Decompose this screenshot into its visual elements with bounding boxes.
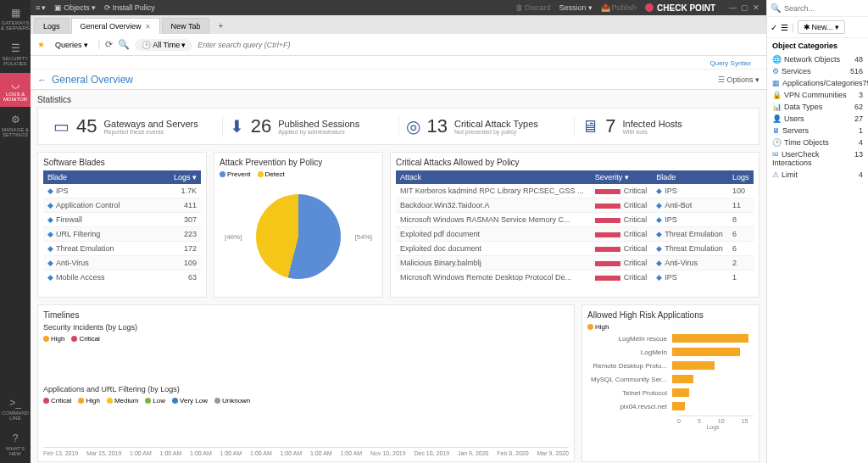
table-row[interactable]: ◆Threat Emulation172 bbox=[43, 242, 201, 256]
table-row[interactable]: Malicious Binary.balmbljCritical◆Anti-Vi… bbox=[396, 256, 754, 271]
options-menu[interactable]: ☰ Options ▾ bbox=[718, 75, 760, 84]
tab-add-button[interactable]: + bbox=[211, 18, 230, 34]
category-icon: ✉ bbox=[772, 150, 779, 159]
table-row[interactable]: ◆URL Filtering223 bbox=[43, 227, 201, 242]
nav-gateways-servers[interactable]: ▦GATEWAYS & SERVERS bbox=[0, 2, 31, 36]
favorite-icon[interactable]: ★ bbox=[37, 40, 45, 49]
table-row[interactable]: Exploited pdf documentCritical◆Threat Em… bbox=[396, 227, 754, 242]
minimize-icon[interactable]: — bbox=[729, 3, 737, 12]
stat-number: 7 bbox=[605, 115, 615, 137]
publish-button[interactable]: 📤 Publish bbox=[601, 3, 637, 12]
category-usercheck-interactions[interactable]: ✉UserCheck Interactions13 bbox=[767, 148, 868, 169]
stat-title: Published Sessions bbox=[278, 119, 359, 129]
category-vpn-communities[interactable]: 🔒VPN Communities3 bbox=[767, 89, 868, 101]
table-row[interactable]: Exploited doc documentCritical◆Threat Em… bbox=[396, 242, 754, 256]
validate-icon[interactable]: ✓ bbox=[771, 23, 777, 32]
timelines-panel: Timelines Security Incidents (by Logs) H… bbox=[37, 304, 575, 462]
queries-button[interactable]: Queries ▾ bbox=[50, 39, 93, 51]
session-menu[interactable]: Session ▾ bbox=[559, 3, 593, 12]
nav-manage-settings[interactable]: ⚙MANAGE & SETTINGS bbox=[0, 109, 31, 142]
nav-command-line[interactable]: >_COMMAND LINE bbox=[0, 392, 31, 426]
category-data-types[interactable]: 📊Data Types62 bbox=[767, 101, 868, 113]
col-blade[interactable]: Blade bbox=[43, 170, 157, 184]
list-view-icon[interactable]: ☰ bbox=[781, 23, 788, 32]
table-row[interactable]: Microsoft Windows RASMAN Service Memory … bbox=[396, 213, 754, 227]
table-row[interactable]: ◆Application Control411 bbox=[43, 198, 201, 213]
category-users[interactable]: 👤Users27 bbox=[767, 113, 868, 125]
refresh-icon[interactable]: ⟳ bbox=[105, 39, 113, 50]
stat-icon: 🖥 bbox=[581, 117, 598, 137]
table-row[interactable]: MIT Kerberos kadmind RPC Library RPCSEC_… bbox=[396, 184, 754, 198]
bar-row: pix04.revsci.net bbox=[587, 402, 754, 410]
table-row[interactable]: Backdoor.Win32.Taidoor.ACritical◆Anti-Bo… bbox=[396, 198, 754, 213]
category-time-objects[interactable]: 🕒Time Objects4 bbox=[767, 137, 868, 148]
blade-icon: ◆ bbox=[47, 244, 53, 253]
blade-icon: ◆ bbox=[656, 215, 662, 224]
col-logs[interactable]: Logs ▾ bbox=[157, 170, 201, 184]
category-limit[interactable]: ⚠Limit4 bbox=[767, 169, 868, 181]
stat-cards: ▭45Gateways and ServersReported these ev… bbox=[37, 108, 760, 145]
nav-logs-monitor[interactable]: ◡LOGS & MONITOR bbox=[0, 73, 31, 107]
table-row[interactable]: Microsoft Windows Remote Desktop Protoco… bbox=[396, 271, 754, 282]
col-logs[interactable]: Logs bbox=[728, 170, 754, 184]
blade-icon: ◆ bbox=[656, 201, 662, 209]
stat-subtitle: Reported these events bbox=[103, 129, 198, 135]
stat-icon: ▭ bbox=[53, 116, 70, 137]
blade-icon: ◆ bbox=[656, 230, 662, 238]
col-blade[interactable]: Blade bbox=[652, 170, 728, 184]
stat-title: Critical Attack Types bbox=[454, 119, 538, 129]
menu-button[interactable]: ≡ ▾ bbox=[36, 3, 46, 12]
search-icon[interactable]: 🔍 bbox=[118, 39, 130, 50]
tab-bar: LogsGeneral Overview ✕New Tab+ bbox=[31, 15, 766, 34]
stat-subtitle: Applied by administrators bbox=[278, 129, 359, 135]
blade-icon: ◆ bbox=[47, 201, 53, 209]
col-severity[interactable]: Severity ▾ bbox=[591, 170, 653, 184]
close-icon[interactable]: ✕ bbox=[753, 3, 761, 12]
query-input[interactable] bbox=[198, 41, 760, 49]
stat-icon: ◎ bbox=[406, 116, 420, 137]
blade-icon: ◆ bbox=[47, 230, 53, 238]
high-risk-apps-panel: Allowed High Risk Applications High LogM… bbox=[581, 304, 760, 462]
tab-logs[interactable]: Logs bbox=[34, 18, 70, 34]
bar-row: Remote Desktop Proto... bbox=[587, 361, 754, 370]
critical-attacks-panel: Critical Attacks Allowed by Policy Attac… bbox=[390, 152, 760, 298]
category-icon: 🕒 bbox=[772, 138, 782, 147]
objects-menu[interactable]: ▣ Objects ▾ bbox=[54, 3, 96, 12]
category-network-objects[interactable]: 🌐Network Objects48 bbox=[767, 53, 868, 65]
nav-what-s-new[interactable]: ?WHAT'S NEW bbox=[0, 427, 31, 461]
top-toolbar: ≡ ▾ ▣ Objects ▾ ⟳ Install Policy 🗑 Disca… bbox=[31, 0, 766, 15]
back-icon[interactable]: ← bbox=[37, 75, 47, 85]
query-syntax-link[interactable]: Query Syntax bbox=[704, 56, 758, 70]
tab-new-tab[interactable]: New Tab bbox=[162, 18, 210, 34]
discard-button[interactable]: 🗑 Discard bbox=[515, 3, 551, 12]
new-object-button[interactable]: ✱ New... ▾ bbox=[798, 20, 845, 34]
highrisk-legend: High bbox=[595, 323, 609, 331]
panel-title: Attack Prevention by Policy bbox=[220, 158, 377, 167]
software-blades-panel: Software Blades BladeLogs ▾ ◆IPS1.7K◆App… bbox=[37, 152, 207, 298]
stat-title: Infected Hosts bbox=[623, 119, 682, 129]
category-applications-categories[interactable]: ▦Applications/Categories7517 bbox=[767, 77, 868, 89]
nav-security-policies[interactable]: ☰SECURITY POLICIES bbox=[0, 37, 31, 71]
category-services[interactable]: ⚙Services516 bbox=[767, 65, 868, 77]
tab-close-icon[interactable]: ✕ bbox=[145, 23, 151, 31]
app-legend: CriticalHighMediumLowVery LowUnknown bbox=[43, 397, 569, 404]
install-policy-button[interactable]: ⟳ Install Policy bbox=[104, 3, 155, 12]
stat-card: 🖥7Infected HostsWith bots bbox=[575, 115, 750, 137]
table-row[interactable]: ◆Firewall307 bbox=[43, 213, 201, 227]
bar-row: Telnet Protocol bbox=[587, 388, 754, 397]
bar-row: LogMeIn rescue bbox=[587, 334, 754, 343]
category-icon: 📊 bbox=[772, 103, 782, 111]
time-range-button[interactable]: 🕒 All Time ▾ bbox=[135, 39, 192, 51]
category-icon: ⚙ bbox=[772, 67, 779, 75]
tab-general-overview[interactable]: General Overview ✕ bbox=[71, 18, 160, 34]
attacks-table: Attack Severity ▾ Blade Logs MIT Kerbero… bbox=[396, 170, 754, 281]
category-servers[interactable]: 🖥Servers1 bbox=[767, 125, 868, 137]
col-attack[interactable]: Attack bbox=[396, 170, 591, 184]
maximize-icon[interactable]: ▢ bbox=[741, 3, 749, 12]
sec-legend: HighCritical bbox=[43, 335, 569, 343]
table-row[interactable]: ◆IPS1.7K bbox=[43, 184, 201, 198]
table-row[interactable]: ◆Mobile Access63 bbox=[43, 271, 201, 282]
object-search-input[interactable] bbox=[784, 4, 868, 13]
table-row[interactable]: ◆Anti-Virus109 bbox=[43, 256, 201, 271]
prevent-pct: [54%] bbox=[355, 233, 372, 241]
